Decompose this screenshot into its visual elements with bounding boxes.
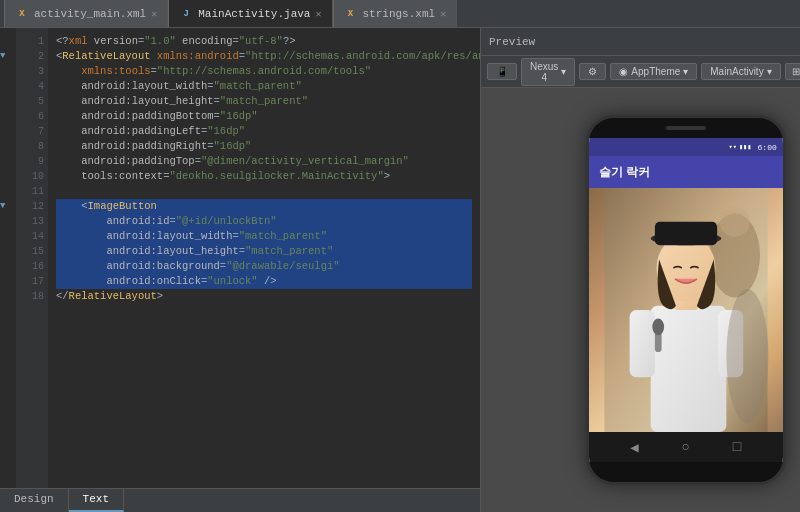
phone-icon: 📱 [496, 66, 508, 77]
tab-label: MainActivity.java [198, 8, 310, 20]
back-icon[interactable]: ◀ [630, 439, 638, 456]
main-area: ▼ ▼ 1 2 3 4 [0, 28, 800, 512]
java-icon: J [179, 7, 193, 21]
phone-mockup: ▾▾ ▮▮▮ 6:00 슬기 락커 [586, 115, 786, 485]
status-time: 6:00 [758, 143, 777, 152]
app-title: 슬기 락커 [599, 164, 650, 181]
chevron-down-icon: ▾ [767, 66, 772, 77]
tab-label: activity_main.xml [34, 8, 146, 20]
phone-speaker [666, 126, 706, 130]
phone-top [589, 118, 783, 138]
svg-rect-4 [629, 310, 654, 377]
zoom-fit-btn[interactable]: ⊞ [785, 63, 800, 80]
chevron-down-icon: ▾ [683, 66, 688, 77]
phone-nav-bar: ◀ ○ □ [589, 432, 783, 462]
api-selector[interactable]: ⚙ [579, 63, 606, 80]
recent-icon[interactable]: □ [733, 439, 741, 455]
line-numbers: 1 2 3 4 5 6 7 8 9 10 11 12 13 14 15 16 1… [16, 28, 48, 488]
activity-label: MainActivity [710, 66, 763, 77]
tab-label: strings.xml [363, 8, 436, 20]
phone-action-bar: 슬기 락커 [589, 156, 783, 188]
preview-body: ▾▾ ▮▮▮ 6:00 슬기 락커 [481, 88, 800, 512]
person-figure [589, 188, 783, 432]
status-icons: ▾▾ [728, 143, 736, 151]
theme-icon: ◉ [619, 66, 628, 77]
svg-point-2 [719, 207, 749, 237]
home-icon[interactable]: ○ [682, 439, 690, 455]
device-label: Nexus 4 [530, 61, 558, 83]
text-tab[interactable]: Text [69, 489, 124, 512]
close-icon[interactable]: ✕ [151, 8, 157, 20]
api-icon: ⚙ [588, 66, 597, 77]
design-tab[interactable]: Design [0, 489, 69, 512]
close-icon[interactable]: ✕ [440, 8, 446, 20]
close-icon[interactable]: ✕ [315, 8, 321, 20]
xml-icon: X [344, 7, 358, 21]
xml-icon: X [15, 7, 29, 21]
bottom-tabs: Design Text [0, 488, 480, 512]
phone-icon-btn[interactable]: 📱 [487, 63, 517, 80]
phone-content [589, 188, 783, 432]
battery-icon: ▮▮▮ [739, 143, 752, 151]
tab-activity-main[interactable]: X activity_main.xml ✕ [4, 0, 168, 27]
phone-screen: ▾▾ ▮▮▮ 6:00 슬기 락커 [589, 138, 783, 462]
preview-title: Preview [489, 36, 535, 48]
svg-point-12 [726, 289, 768, 424]
preview-header: Preview [481, 28, 800, 56]
theme-label: AppTheme [631, 66, 680, 77]
svg-rect-9 [655, 222, 717, 246]
code-area[interactable]: <?xml version="1.0" encoding="utf-8"?> <… [48, 28, 480, 488]
preview-panel: Preview 📱 Nexus 4 ▾ ⚙ ◉ AppTheme ▾ MainA… [480, 28, 800, 512]
tab-bar: X activity_main.xml ✕ J MainActivity.jav… [0, 0, 800, 28]
device-selector[interactable]: Nexus 4 ▾ [521, 58, 575, 86]
tab-strings[interactable]: X strings.xml ✕ [333, 0, 458, 27]
svg-point-11 [652, 318, 664, 335]
activity-selector[interactable]: MainActivity ▾ [701, 63, 780, 80]
phone-image[interactable] [589, 188, 783, 432]
editor-panel: ▼ ▼ 1 2 3 4 [0, 28, 480, 512]
left-gutter: ▼ ▼ [0, 28, 16, 488]
theme-selector[interactable]: ◉ AppTheme ▾ [610, 63, 697, 80]
phone-bottom [589, 462, 783, 482]
preview-toolbar: 📱 Nexus 4 ▾ ⚙ ◉ AppTheme ▾ MainActivity … [481, 56, 800, 88]
tab-mainactivity[interactable]: J MainActivity.java ✕ [168, 0, 332, 27]
chevron-down-icon: ▾ [561, 66, 566, 77]
editor-content: ▼ ▼ 1 2 3 4 [0, 28, 480, 488]
phone-status-bar: ▾▾ ▮▮▮ 6:00 [589, 138, 783, 156]
